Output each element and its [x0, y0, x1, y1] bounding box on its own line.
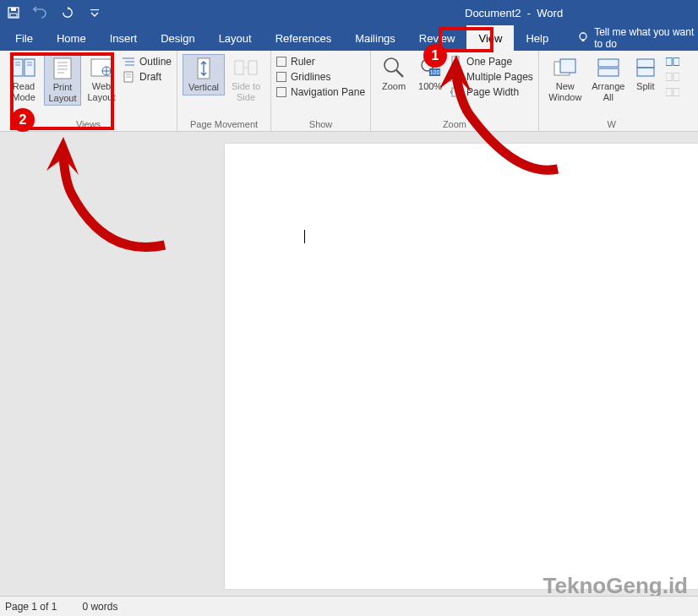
tab-mailings[interactable]: Mailings — [343, 25, 407, 51]
svg-rect-46 — [666, 58, 672, 66]
svg-rect-3 — [90, 9, 99, 10]
zoom-100-button[interactable]: 100 100% — [413, 54, 447, 94]
group-zoom: Zoom 100 100% One Page Multiple Pages — [371, 51, 539, 131]
svg-rect-36 — [452, 57, 459, 67]
svg-rect-51 — [673, 89, 679, 96]
svg-rect-48 — [666, 74, 672, 81]
checkbox-icon — [276, 72, 286, 82]
vertical-icon — [190, 57, 217, 80]
tab-review[interactable]: Review — [407, 25, 467, 51]
svg-text:100: 100 — [430, 69, 440, 75]
status-page[interactable]: Page 1 of 1 — [5, 601, 57, 613]
status-bar: Page 1 of 1 0 words — [0, 596, 698, 616]
undo-icon[interactable] — [32, 4, 49, 21]
gridlines-checkbox[interactable]: Gridlines — [276, 71, 365, 83]
one-page-icon — [449, 56, 462, 68]
read-mode-button[interactable]: Read Mode — [5, 54, 42, 104]
tab-insert[interactable]: Insert — [98, 25, 150, 51]
tell-me-search[interactable]: Tell me what you want to do — [577, 25, 698, 51]
show-group-label: Show — [276, 117, 365, 131]
svg-point-4 — [580, 33, 586, 40]
svg-rect-43 — [598, 68, 619, 76]
svg-rect-6 — [13, 59, 23, 76]
arrange-all-button[interactable]: Arrange All — [588, 54, 629, 104]
outline-button[interactable]: Outline — [122, 56, 172, 68]
sync-scroll-icon — [666, 71, 679, 83]
ribbon-tabs: File Home Insert Design Layout Reference… — [0, 25, 698, 51]
zoom-button[interactable]: Zoom — [376, 54, 412, 94]
multiple-pages-button[interactable]: Multiple Pages — [449, 71, 533, 83]
read-mode-icon — [10, 56, 37, 79]
svg-rect-47 — [673, 58, 679, 66]
print-layout-button[interactable]: Print Layout — [44, 54, 81, 106]
svg-rect-50 — [666, 89, 672, 96]
svg-rect-28 — [235, 61, 243, 74]
new-window-button[interactable]: New Window — [544, 54, 586, 104]
checkbox-icon — [276, 57, 286, 67]
redo-icon[interactable] — [59, 4, 76, 21]
navigation-pane-checkbox[interactable]: Navigation Pane — [276, 86, 365, 98]
zoom-group-label: Zoom — [376, 117, 533, 131]
quick-access-toolbar — [5, 4, 103, 21]
page-movement-group-label: Page Movement — [183, 117, 265, 131]
svg-rect-37 — [450, 73, 455, 81]
svg-rect-38 — [456, 73, 461, 81]
split-button[interactable]: Split — [630, 54, 661, 94]
svg-rect-49 — [673, 74, 679, 81]
svg-rect-5 — [582, 40, 585, 41]
status-words[interactable]: 0 words — [82, 601, 117, 613]
draft-icon — [122, 71, 135, 83]
save-icon[interactable] — [5, 4, 22, 21]
ruler-checkbox[interactable]: Ruler — [276, 56, 365, 68]
title-bar: Document2 - Word — [0, 0, 698, 25]
tab-help[interactable]: Help — [514, 25, 560, 51]
tab-view[interactable]: View — [466, 25, 514, 51]
zoom-100-icon: 100 — [417, 56, 444, 79]
svg-line-31 — [396, 70, 403, 77]
svg-rect-41 — [560, 59, 575, 73]
svg-rect-39 — [452, 88, 459, 96]
app-name: Word — [537, 7, 563, 19]
side-to-side-button: Side to Side — [226, 54, 265, 104]
svg-rect-2 — [10, 14, 17, 17]
draft-button[interactable]: Draft — [122, 71, 172, 83]
outline-icon — [122, 56, 135, 68]
tab-layout[interactable]: Layout — [207, 25, 264, 51]
web-layout-button[interactable]: Web Layout — [83, 54, 120, 104]
side-to-side-icon — [232, 56, 259, 79]
svg-rect-42 — [598, 59, 619, 67]
window-title: Document2 - Word — [465, 7, 563, 19]
one-page-button[interactable]: One Page — [449, 56, 533, 68]
split-icon — [632, 56, 659, 79]
tab-references[interactable]: References — [264, 25, 343, 51]
view-side-icon[interactable] — [666, 56, 679, 68]
window-group-label: W — [544, 117, 679, 131]
arrange-all-icon — [595, 56, 622, 79]
group-views: Read Mode Print Layout Web Layout — [0, 51, 177, 131]
vertical-button[interactable]: Vertical — [183, 54, 225, 95]
views-group-label: Views — [5, 117, 172, 131]
document-page[interactable] — [225, 144, 698, 589]
group-page-movement: Vertical Side to Side Page Movement — [177, 51, 271, 131]
group-show: Ruler Gridlines Navigation Pane Show — [271, 51, 371, 131]
page-width-button[interactable]: Page Width — [449, 86, 533, 98]
lightbulb-icon — [577, 31, 589, 46]
new-window-icon — [552, 56, 579, 79]
svg-rect-12 — [54, 58, 71, 79]
web-layout-icon — [88, 56, 115, 79]
svg-rect-7 — [25, 59, 35, 76]
customize-qat-icon[interactable] — [86, 4, 103, 21]
page-width-icon — [449, 86, 462, 98]
ribbon: Read Mode Print Layout Web Layout — [0, 51, 698, 132]
svg-rect-29 — [248, 61, 257, 74]
svg-rect-1 — [11, 8, 16, 11]
tab-file[interactable]: File — [3, 25, 45, 51]
tab-design[interactable]: Design — [149, 25, 206, 51]
document-workspace[interactable] — [0, 132, 698, 596]
zoom-icon — [380, 56, 407, 79]
checkbox-icon — [276, 87, 286, 97]
tab-home[interactable]: Home — [45, 25, 98, 51]
multiple-pages-icon — [449, 71, 462, 83]
svg-point-30 — [384, 58, 398, 72]
doc-name: Document2 — [465, 7, 521, 19]
